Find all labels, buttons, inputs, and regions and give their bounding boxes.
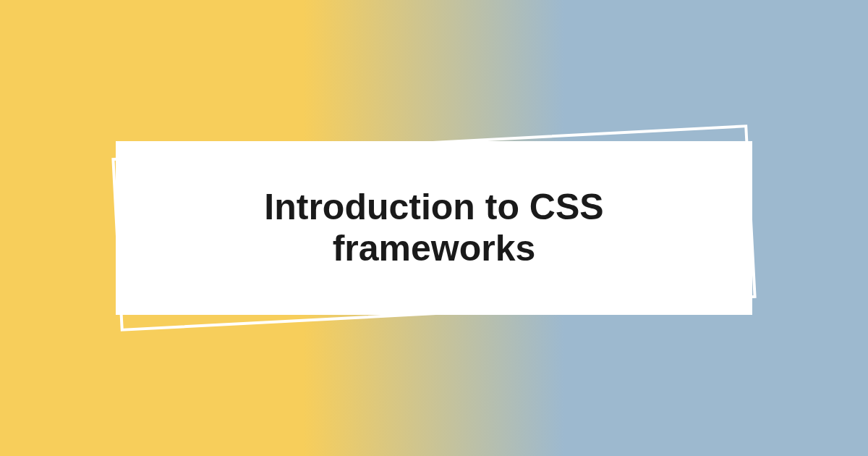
title-card: Introduction to CSS frameworks [116, 141, 752, 315]
title-card-wrapper: Introduction to CSS frameworks [116, 141, 752, 315]
page-title: Introduction to CSS frameworks [159, 187, 709, 270]
